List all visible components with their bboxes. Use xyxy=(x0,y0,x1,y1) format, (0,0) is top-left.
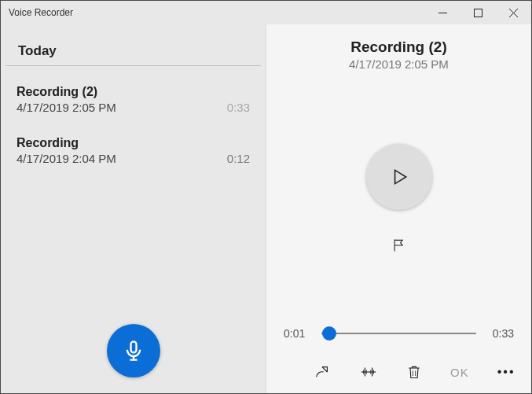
recording-list-item[interactable]: Recording 4/17/2019 2:04 PM 0:12 xyxy=(1,125,266,176)
details-header: Recording (2) 4/17/2019 2:05 PM xyxy=(266,24,531,75)
details-panel: Recording (2) 4/17/2019 2:05 PM 0:01 xyxy=(266,24,531,393)
titlebar: Voice Recorder xyxy=(1,1,531,24)
details-timestamp: 4/17/2019 2:05 PM xyxy=(274,57,523,71)
delete-button[interactable] xyxy=(406,358,422,386)
seek-track[interactable] xyxy=(321,326,476,341)
details-toolbar: OK ••• xyxy=(266,351,531,393)
seek-bar: 0:01 0:33 xyxy=(266,326,531,351)
recording-title: Recording (2) xyxy=(17,85,250,99)
share-button[interactable] xyxy=(314,358,331,386)
play-icon xyxy=(389,167,409,187)
close-button[interactable] xyxy=(496,1,531,24)
more-button[interactable]: ••• xyxy=(497,358,515,386)
elapsed-time: 0:01 xyxy=(284,327,310,340)
recording-list: Recording (2) 4/17/2019 2:05 PM 0:33 Rec… xyxy=(1,66,266,176)
trash-icon xyxy=(406,363,422,381)
recording-title: Recording xyxy=(17,136,250,150)
share-icon xyxy=(314,363,331,381)
marker-button[interactable] xyxy=(387,234,411,257)
maximize-button[interactable] xyxy=(460,1,496,24)
recording-list-item[interactable]: Recording (2) 4/17/2019 2:05 PM 0:33 xyxy=(1,74,266,125)
play-area xyxy=(266,75,531,326)
section-header-today: Today xyxy=(6,24,261,66)
close-icon xyxy=(509,9,518,17)
trim-icon xyxy=(359,363,378,381)
flag-icon xyxy=(391,238,407,253)
recording-timestamp: 4/17/2019 2:04 PM xyxy=(17,152,116,165)
content: Today Recording (2) 4/17/2019 2:05 PM 0:… xyxy=(1,24,531,393)
recording-duration: 0:12 xyxy=(227,152,250,165)
rename-button[interactable]: OK xyxy=(450,358,469,386)
trim-button[interactable] xyxy=(359,358,378,386)
sidebar: Today Recording (2) 4/17/2019 2:05 PM 0:… xyxy=(1,24,266,393)
svg-rect-1 xyxy=(130,341,136,352)
record-button[interactable] xyxy=(107,324,160,377)
total-time: 0:33 xyxy=(487,327,514,340)
seek-thumb[interactable] xyxy=(322,326,336,341)
microphone-icon xyxy=(123,340,145,362)
maximize-icon xyxy=(474,9,482,17)
recording-timestamp: 4/17/2019 2:05 PM xyxy=(17,101,116,114)
minimize-icon xyxy=(438,9,447,17)
svg-rect-0 xyxy=(475,9,482,17)
play-button[interactable] xyxy=(366,144,432,210)
seek-rail xyxy=(321,333,476,334)
window-title: Voice Recorder xyxy=(1,7,73,18)
recording-duration: 0:33 xyxy=(227,101,250,114)
minimize-button[interactable] xyxy=(425,1,460,24)
details-title: Recording (2) xyxy=(274,39,523,56)
ellipsis-icon: ••• xyxy=(497,365,515,379)
